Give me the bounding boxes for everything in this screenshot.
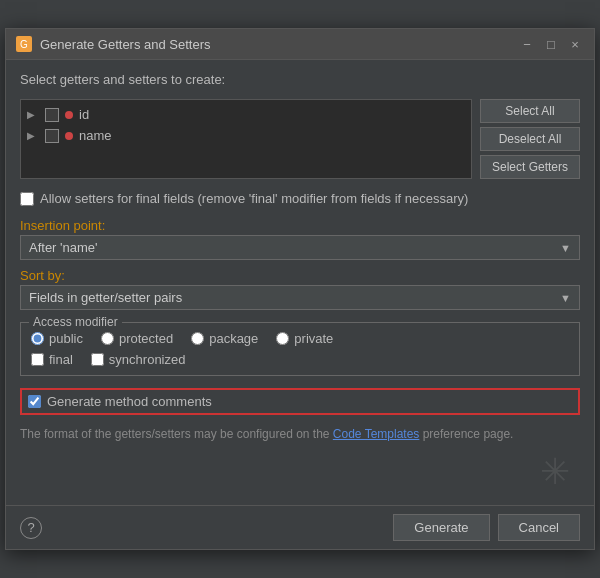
close-button[interactable]: × bbox=[566, 35, 584, 53]
access-modifier-legend: Access modifier bbox=[29, 315, 122, 329]
radio-public-label: public bbox=[49, 331, 83, 346]
final-label: final bbox=[49, 352, 73, 367]
select-all-button[interactable]: Select All bbox=[480, 99, 580, 123]
field-list: ▶ id ▶ name bbox=[20, 99, 472, 179]
generate-button[interactable]: Generate bbox=[393, 514, 489, 541]
minimize-button[interactable]: − bbox=[518, 35, 536, 53]
list-item[interactable]: ▶ id bbox=[21, 104, 471, 125]
field-list-area: ▶ id ▶ name Select All Desele bbox=[20, 99, 580, 179]
sort-by-value: Fields in getter/setter pairs bbox=[29, 290, 182, 305]
radio-row: public protected package private bbox=[31, 331, 569, 346]
title-bar-controls: − □ × bbox=[518, 35, 584, 53]
allow-setters-row: Allow setters for final fields (remove '… bbox=[20, 187, 580, 210]
radio-package[interactable]: package bbox=[191, 331, 258, 346]
field-name-name: name bbox=[79, 128, 112, 143]
insertion-point-section: Insertion point: After 'name' ▼ bbox=[20, 218, 580, 260]
code-templates-link[interactable]: Code Templates bbox=[333, 427, 420, 441]
chevron-down-icon: ▼ bbox=[560, 292, 571, 304]
radio-package-label: package bbox=[209, 331, 258, 346]
synchronized-label: synchronized bbox=[109, 352, 186, 367]
field-checkbox-name[interactable] bbox=[45, 129, 59, 143]
info-suffix: preference page. bbox=[419, 427, 513, 441]
insertion-point-dropdown[interactable]: After 'name' ▼ bbox=[20, 235, 580, 260]
allow-setters-checkbox[interactable] bbox=[20, 192, 34, 206]
radio-protected[interactable]: protected bbox=[101, 331, 173, 346]
radio-private-label: private bbox=[294, 331, 333, 346]
modifier-checkboxes-row: final synchronized bbox=[31, 352, 569, 367]
radio-private[interactable]: private bbox=[276, 331, 333, 346]
select-getters-button[interactable]: Select Getters bbox=[480, 155, 580, 179]
action-buttons: Generate Cancel bbox=[393, 514, 580, 541]
dialog: G Generate Getters and Setters − □ × Sel… bbox=[5, 28, 595, 550]
dialog-title: Generate Getters and Setters bbox=[40, 37, 510, 52]
sort-by-section: Sort by: Fields in getter/setter pairs ▼ bbox=[20, 268, 580, 310]
insertion-point-value: After 'name' bbox=[29, 240, 98, 255]
access-modifier-group: Access modifier public protected package… bbox=[20, 322, 580, 376]
expand-arrow-icon: ▶ bbox=[27, 130, 39, 141]
maximize-button[interactable]: □ bbox=[542, 35, 560, 53]
generate-comments-row: Generate method comments bbox=[20, 388, 580, 415]
final-checkbox[interactable] bbox=[31, 353, 44, 366]
radio-protected-input[interactable] bbox=[101, 332, 114, 345]
allow-setters-label: Allow setters for final fields (remove '… bbox=[40, 191, 468, 206]
insertion-point-label: Insertion point: bbox=[20, 218, 580, 233]
sort-by-dropdown[interactable]: Fields in getter/setter pairs ▼ bbox=[20, 285, 580, 310]
radio-protected-label: protected bbox=[119, 331, 173, 346]
watermark: ✳ bbox=[540, 451, 570, 493]
radio-public-input[interactable] bbox=[31, 332, 44, 345]
info-prefix: The format of the getters/setters may be… bbox=[20, 427, 333, 441]
radio-public[interactable]: public bbox=[31, 331, 83, 346]
deselect-all-button[interactable]: Deselect All bbox=[480, 127, 580, 151]
radio-private-input[interactable] bbox=[276, 332, 289, 345]
watermark-area: ✳ bbox=[20, 451, 580, 493]
title-bar: G Generate Getters and Setters − □ × bbox=[6, 29, 594, 60]
generate-comments-label: Generate method comments bbox=[47, 394, 212, 409]
bottom-bar: ? Generate Cancel bbox=[6, 505, 594, 549]
final-checkbox-item[interactable]: final bbox=[31, 352, 73, 367]
field-name-id: id bbox=[79, 107, 89, 122]
synchronized-checkbox-item[interactable]: synchronized bbox=[91, 352, 186, 367]
dialog-icon: G bbox=[16, 36, 32, 52]
help-button[interactable]: ? bbox=[20, 517, 42, 539]
field-dot-id bbox=[65, 111, 73, 119]
synchronized-checkbox[interactable] bbox=[91, 353, 104, 366]
main-content: Select getters and setters to create: ▶ … bbox=[6, 60, 594, 505]
cancel-button[interactable]: Cancel bbox=[498, 514, 580, 541]
field-dot-name bbox=[65, 132, 73, 140]
list-item[interactable]: ▶ name bbox=[21, 125, 471, 146]
chevron-down-icon: ▼ bbox=[560, 242, 571, 254]
sort-by-label: Sort by: bbox=[20, 268, 580, 283]
field-checkbox-id[interactable] bbox=[45, 108, 59, 122]
generate-comments-checkbox[interactable] bbox=[28, 395, 41, 408]
expand-arrow-icon: ▶ bbox=[27, 109, 39, 120]
radio-package-input[interactable] bbox=[191, 332, 204, 345]
info-text: The format of the getters/setters may be… bbox=[20, 425, 580, 443]
field-list-label: Select getters and setters to create: bbox=[20, 72, 580, 87]
side-buttons: Select All Deselect All Select Getters bbox=[480, 99, 580, 179]
